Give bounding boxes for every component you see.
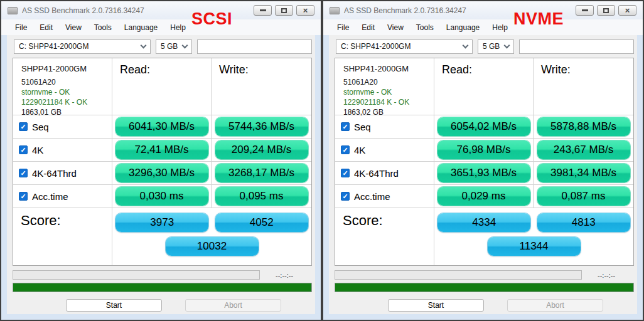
score-read-value: 4334 [437, 213, 530, 232]
test-size-value: 5 GB [161, 42, 178, 51]
minimize-button[interactable] [254, 5, 272, 16]
benchmark-window-scsi: SCSI AS SSD Benchmark 2.0.7316.34247 × F… [0, 0, 322, 321]
acctime-row-label: ✓ Acc.time [335, 185, 434, 208]
4k64-read-cell: 3651,93 MB/s [434, 162, 534, 185]
4k-read-cell: 72,41 MB/s [112, 139, 212, 162]
check-icon: ✓ [20, 146, 26, 154]
seq-write-value: 5878,88 MB/s [537, 117, 630, 136]
acctime-checkbox[interactable]: ✓ [19, 192, 28, 201]
drive-info-panel: SHPP41-2000GM 51061A20 stornvme - OK 122… [335, 58, 434, 115]
close-button[interactable]: × [618, 5, 636, 16]
4k-read-cell: 76,98 MB/s [434, 139, 534, 162]
score-panel: 4334 4813 11344 [434, 208, 633, 265]
maximize-button[interactable] [597, 5, 615, 16]
elapsed-time: --:--:-- [598, 271, 615, 279]
seq-checkbox[interactable]: ✓ [19, 122, 28, 131]
menu-file[interactable]: File [331, 21, 355, 34]
menu-help[interactable]: Help [486, 21, 514, 34]
acctime-write-cell: 0,095 ms [212, 185, 311, 208]
acctime-write-value: 0,087 ms [537, 187, 630, 206]
menu-view[interactable]: View [381, 21, 410, 34]
menu-language[interactable]: Language [440, 21, 486, 34]
4k-row-label: ✓ 4K [335, 139, 434, 162]
drive-select-value: C: SHPP41-2000GM [341, 42, 411, 51]
benchmark-name-field[interactable] [197, 39, 312, 54]
acctime-read-value: 0,029 ms [437, 187, 530, 206]
4k-checkbox[interactable]: ✓ [341, 145, 350, 154]
seq-write-cell: 5744,36 MB/s [212, 115, 311, 139]
combo-bar: C: SHPP41-2000GM 5 GB [329, 35, 637, 55]
seq-read-value: 6041,30 MB/s [115, 117, 208, 136]
acctime-write-cell: 0,087 ms [534, 185, 633, 208]
menu-bar: File Edit View Tools Language Help [323, 19, 643, 35]
check-icon: ✓ [20, 123, 26, 131]
drive-model: SHPP41-2000GM [343, 64, 434, 73]
seq-checkbox[interactable]: ✓ [341, 122, 350, 131]
4k64-checkbox[interactable]: ✓ [19, 169, 28, 177]
seq-read-value: 6054,02 MB/s [437, 117, 530, 136]
close-icon: × [625, 6, 630, 14]
4k64-write-value: 3268,17 MB/s [215, 164, 308, 182]
test-size-select[interactable]: 5 GB [478, 39, 514, 54]
abort-button[interactable]: Abort [507, 299, 603, 312]
drive-offset-status: 1229021184 K - OK [21, 98, 112, 107]
maximize-icon [603, 8, 609, 13]
test-size-select[interactable]: 5 GB [156, 39, 192, 54]
chevron-down-icon [504, 42, 510, 48]
write-column-header: Write: [212, 58, 311, 115]
minimize-button[interactable] [576, 5, 594, 16]
menu-file[interactable]: File [9, 21, 33, 34]
menu-edit[interactable]: Edit [33, 21, 59, 34]
seq-row-label: ✓ Seq [13, 115, 112, 139]
start-button[interactable]: Start [66, 299, 162, 312]
4k-write-value: 209,24 MB/s [215, 140, 308, 159]
elapsed-time: --:--:-- [276, 271, 293, 279]
seq-read-cell: 6041,30 MB/s [112, 115, 212, 139]
score-write-value: 4813 [537, 213, 630, 232]
score-write-value: 4052 [215, 213, 308, 232]
window-controls: × [254, 5, 314, 16]
menu-tools[interactable]: Tools [410, 21, 440, 34]
menu-bar: File Edit View Tools Language Help [1, 19, 321, 35]
results-table: SHPP41-2000GM 51061A20 stornvme - OK 122… [13, 58, 312, 266]
write-column-header: Write: [534, 58, 633, 115]
chevron-down-icon [182, 42, 188, 48]
4k64-write-cell: 3981,34 MB/s [534, 162, 633, 185]
menu-help[interactable]: Help [164, 21, 192, 34]
window-controls: × [576, 5, 636, 16]
drive-icon [330, 7, 340, 14]
seq-write-cell: 5878,88 MB/s [534, 115, 633, 139]
menu-edit[interactable]: Edit [355, 21, 381, 34]
4k64-checkbox[interactable]: ✓ [341, 169, 350, 177]
drive-select[interactable]: C: SHPP41-2000GM [14, 39, 151, 54]
test-size-value: 5 GB [483, 42, 500, 51]
4k-read-value: 76,98 MB/s [437, 140, 530, 159]
title-bar: AS SSD Benchmark 2.0.7316.34247 × [323, 1, 643, 19]
read-column-header: Read: [112, 58, 212, 115]
acctime-checkbox[interactable]: ✓ [341, 192, 350, 201]
score-total-value: 10032 [166, 237, 259, 256]
acctime-write-value: 0,095 ms [215, 187, 308, 206]
menu-tools[interactable]: Tools [88, 21, 118, 34]
drive-model: SHPP41-2000GM [21, 64, 112, 73]
results-table: SHPP41-2000GM 51061A20 stornvme - OK 122… [335, 58, 634, 266]
4k-row-label: ✓ 4K [13, 139, 112, 162]
total-progress-bar [13, 283, 312, 292]
minimize-icon [582, 9, 588, 11]
menu-language[interactable]: Language [118, 21, 164, 34]
drive-select-value: C: SHPP41-2000GM [19, 42, 89, 51]
start-button[interactable]: Start [388, 299, 484, 312]
check-icon: ✓ [342, 192, 348, 201]
abort-button[interactable]: Abort [185, 299, 281, 312]
4k64-write-cell: 3268,17 MB/s [212, 162, 311, 185]
benchmark-name-field[interactable] [519, 39, 634, 54]
4k-checkbox[interactable]: ✓ [19, 145, 28, 154]
close-icon: × [303, 6, 308, 14]
maximize-button[interactable] [275, 5, 293, 16]
drive-firmware: 51061A20 [21, 78, 112, 87]
drive-driver-status: stornvme - OK [343, 88, 434, 97]
drive-select[interactable]: C: SHPP41-2000GM [336, 39, 473, 54]
menu-view[interactable]: View [59, 21, 88, 34]
close-button[interactable]: × [296, 5, 314, 16]
chevron-down-icon [463, 42, 469, 48]
